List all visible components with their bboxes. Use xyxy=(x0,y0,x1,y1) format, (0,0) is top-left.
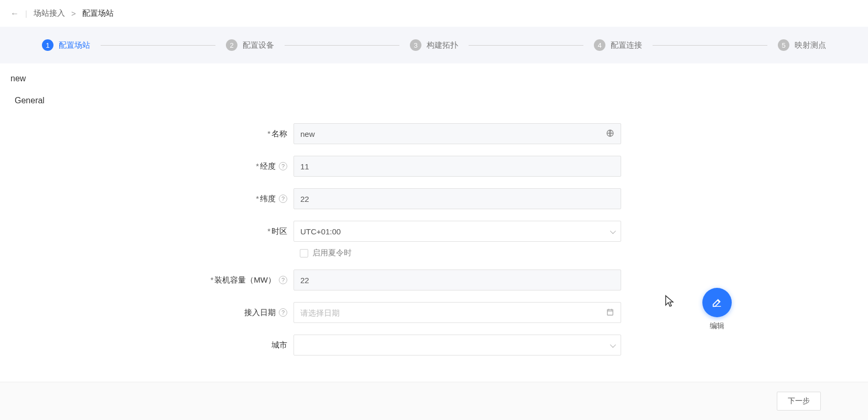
fab-label: 编辑 xyxy=(710,321,724,331)
step-5-label: 映射测点 xyxy=(795,40,826,50)
step-line xyxy=(285,45,399,46)
next-button[interactable]: 下一步 xyxy=(777,392,821,409)
globe-icon[interactable] xyxy=(606,129,614,139)
label-access-date: 接入日期 ? xyxy=(21,308,294,318)
step-4[interactable]: 4 配置连接 xyxy=(594,39,642,51)
input-access-date-wrapper[interactable] xyxy=(294,302,621,323)
breadcrumb-parent[interactable]: 场站接入 xyxy=(34,8,65,18)
calendar-icon[interactable] xyxy=(606,308,614,318)
step-line xyxy=(469,45,583,46)
step-3-number: 3 xyxy=(410,39,421,51)
input-longitude[interactable] xyxy=(300,162,614,171)
input-capacity-wrapper[interactable] xyxy=(294,270,621,290)
input-latitude-wrapper[interactable] xyxy=(294,188,621,209)
input-latitude[interactable] xyxy=(300,195,614,203)
breadcrumb-sep: > xyxy=(71,9,76,18)
breadcrumb: ← | 场站接入 > 配置场站 xyxy=(0,0,868,27)
chevron-down-icon xyxy=(610,227,614,235)
footer: 下一步 xyxy=(0,382,868,409)
steps-bar: 1 配置场站 2 配置设备 3 构建拓扑 4 配置连接 5 映射测点 xyxy=(0,27,868,63)
step-5[interactable]: 5 映射测点 xyxy=(778,39,826,51)
label-timezone: *时区 xyxy=(21,227,294,236)
help-icon[interactable]: ? xyxy=(279,276,287,284)
step-1-number: 1 xyxy=(42,39,53,51)
step-1[interactable]: 1 配置场站 xyxy=(42,39,90,51)
select-timezone-value: UTC+01:00 xyxy=(300,227,341,236)
label-dst: 启用夏令时 xyxy=(312,248,352,258)
row-capacity: *装机容量（MW） ? xyxy=(21,270,847,290)
step-3-label: 构建拓扑 xyxy=(427,40,458,50)
row-city: 城市 xyxy=(21,335,847,356)
page-title: new xyxy=(0,63,868,89)
label-city: 城市 xyxy=(21,340,294,350)
divider: | xyxy=(25,9,27,18)
help-icon[interactable]: ? xyxy=(279,195,287,203)
step-3[interactable]: 3 构建拓扑 xyxy=(410,39,458,51)
input-name[interactable] xyxy=(300,130,602,138)
step-line xyxy=(101,45,215,46)
step-line xyxy=(653,45,767,46)
help-icon[interactable]: ? xyxy=(279,308,287,317)
checkbox-dst[interactable] xyxy=(300,249,308,257)
step-4-number: 4 xyxy=(594,39,605,51)
step-2-label: 配置设备 xyxy=(243,40,274,50)
row-name: *名称 xyxy=(21,123,847,144)
input-longitude-wrapper[interactable] xyxy=(294,156,621,177)
row-longitude: *经度 ? xyxy=(21,156,847,177)
input-capacity[interactable] xyxy=(300,276,614,285)
select-city[interactable] xyxy=(294,335,621,356)
form: *名称 *经度 ? *纬度 ? *时区 xyxy=(0,113,868,409)
label-longitude: *经度 ? xyxy=(21,161,294,171)
step-5-number: 5 xyxy=(778,39,789,51)
select-timezone[interactable]: UTC+01:00 xyxy=(294,221,621,242)
row-latitude: *纬度 ? xyxy=(21,188,847,209)
chevron-down-icon xyxy=(610,341,614,349)
input-access-date[interactable] xyxy=(300,308,602,317)
label-name: *名称 xyxy=(21,129,294,139)
step-1-label: 配置场站 xyxy=(59,40,90,50)
label-capacity: *装机容量（MW） ? xyxy=(21,275,294,285)
row-dst: 启用夏令时 xyxy=(300,248,847,258)
fab-container: 编辑 xyxy=(702,288,732,331)
back-icon[interactable]: ← xyxy=(10,9,19,18)
section-title: General xyxy=(0,89,868,113)
help-icon[interactable]: ? xyxy=(279,162,287,170)
input-name-wrapper[interactable] xyxy=(294,123,621,144)
step-2-number: 2 xyxy=(226,39,237,51)
breadcrumb-current: 配置场站 xyxy=(82,8,114,18)
pencil-icon xyxy=(711,297,723,308)
edit-fab[interactable] xyxy=(702,288,732,317)
step-4-label: 配置连接 xyxy=(611,40,642,50)
step-2[interactable]: 2 配置设备 xyxy=(226,39,274,51)
svg-rect-1 xyxy=(607,309,613,315)
row-timezone: *时区 UTC+01:00 xyxy=(21,221,847,242)
label-latitude: *纬度 ? xyxy=(21,194,294,204)
